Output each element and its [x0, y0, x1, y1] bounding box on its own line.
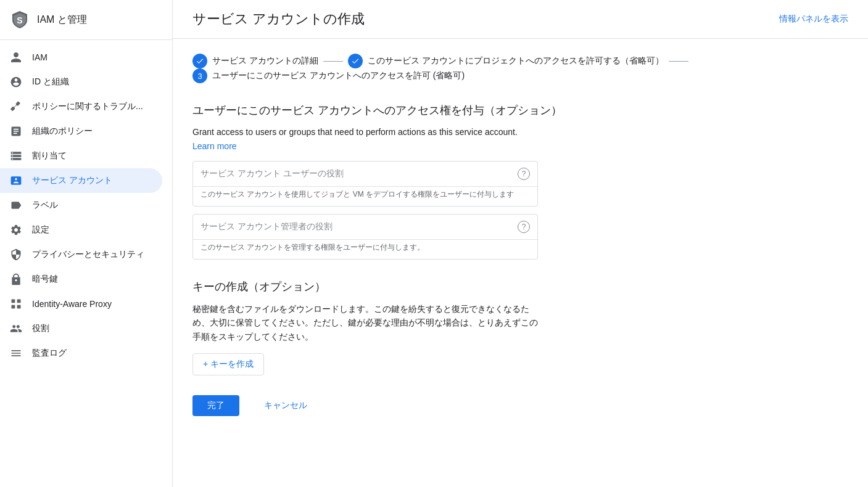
user-role-desc: このサービス アカウントを使用してジョブと VM をデプロイする権限をユーザーに… [193, 186, 537, 206]
main-body: サービス アカウントの詳細 このサービス アカウントにプロジェクトへのアクセスを… [173, 39, 868, 487]
person-icon [10, 51, 22, 63]
sidebar-item-audit-label: 監査ログ [32, 348, 67, 359]
sidebar-item-org-policy-label: 組織のポリシー [32, 126, 93, 137]
sidebar-item-quota[interactable]: 割り当て [0, 144, 162, 168]
user-role-field[interactable]: サービス アカウント ユーザーの役割 ? このサービス アカウントを使用してジョ… [192, 161, 538, 207]
sidebar-item-service-account-label: サービス アカウント [32, 175, 112, 186]
sidebar-item-policy-trouble[interactable]: ポリシーに関するトラブル... [0, 94, 162, 119]
account-circle-icon [10, 76, 22, 88]
privacy-shield-icon [10, 248, 22, 261]
badge-icon [10, 174, 22, 187]
sidebar-item-iam[interactable]: IAM [0, 45, 162, 70]
page-title: サービス アカウントの作成 [192, 10, 365, 28]
sidebar-item-label[interactable]: ラベル [0, 193, 162, 218]
step-separator-2 [669, 61, 688, 62]
step-2-label: このサービス アカウントにプロジェクトへのアクセスを許可する（省略可） [368, 55, 664, 67]
list-alt-icon [10, 125, 22, 137]
wrench-icon [10, 100, 22, 113]
sidebar-item-iap-label: Identity-Aware Proxy [32, 299, 112, 309]
step-separator-1 [323, 61, 343, 62]
admin-role-desc: このサービス アカウントを管理する権限をユーザーに付与します。 [193, 239, 537, 259]
sidebar-item-privacy-label: プライバシーとセキュリティ [32, 249, 144, 260]
actions: 完了 キャンセル [192, 395, 848, 436]
step-3: 3 ユーザーにこのサービス アカウントへのアクセスを許可 (省略可) [192, 68, 465, 83]
step-1-circle [192, 54, 207, 68]
user-role-header: サービス アカウント ユーザーの役割 ? [193, 162, 537, 186]
storage-icon [10, 150, 22, 162]
key-section: キーの作成（オプション） 秘密鍵を含むファイルをダウンロードします。この鍵を紛失… [192, 279, 848, 375]
admin-role-header: サービス アカウント管理者の役割 ? [193, 215, 537, 239]
step-3-number: 3 [197, 72, 202, 81]
sidebar-item-label-label: ラベル [32, 200, 58, 211]
learn-more-link[interactable]: Learn more [192, 141, 237, 151]
sidebar-item-audit[interactable]: 監査ログ [0, 341, 162, 366]
step-1: サービス アカウントの詳細 [192, 54, 318, 68]
sidebar-item-role[interactable]: 役割 [0, 316, 162, 341]
sidebar-item-role-label: 役割 [32, 323, 49, 334]
user-role-help-icon[interactable]: ? [518, 168, 530, 180]
key-section-title: キーの作成（オプション） [192, 279, 848, 295]
sidebar-item-encryption-label: 暗号鍵 [32, 274, 58, 285]
access-section-desc: Grant access to users or groups that nee… [192, 126, 848, 139]
sidebar-header: S IAM と管理 [0, 0, 172, 40]
sidebar-title: IAM と管理 [37, 14, 87, 27]
svg-text:S: S [17, 15, 22, 25]
shield-icon: S [10, 10, 30, 30]
sidebar-item-encryption[interactable]: 暗号鍵 [0, 267, 162, 292]
sidebar-item-org-policy[interactable]: 組織のポリシー [0, 119, 162, 144]
step-3-circle: 3 [192, 68, 207, 83]
step-2: このサービス アカウントにプロジェクトへのアクセスを許可する（省略可） [348, 54, 664, 68]
sidebar-item-policy-label: ポリシーに関するトラブル... [32, 101, 143, 112]
role-icon [10, 322, 22, 335]
step-3-label: ユーザーにこのサービス アカウントへのアクセスを許可 (省略可) [212, 70, 465, 81]
sidebar-item-service-account[interactable]: サービス アカウント [0, 168, 162, 193]
sidebar: S IAM と管理 IAM ID と組織 ポリシーに関するトラブル... [0, 0, 173, 487]
label-icon [10, 199, 22, 211]
lock-icon [10, 273, 22, 285]
sidebar-item-iam-label: IAM [32, 52, 48, 62]
add-key-button[interactable]: + キーを作成 [192, 353, 264, 375]
sidebar-item-id-org[interactable]: ID と組織 [0, 70, 162, 94]
main-content: サービス アカウントの作成 情報パネルを表示 サービス アカウントの詳細 このサ… [173, 0, 868, 487]
user-role-placeholder: サービス アカウント ユーザーの役割 [200, 168, 344, 179]
settings-icon [10, 224, 22, 236]
sidebar-nav: IAM ID と組織 ポリシーに関するトラブル... 組織のポリシー [0, 40, 172, 370]
sidebar-item-id-org-label: ID と組織 [32, 76, 69, 88]
key-section-desc: 秘密鍵を含むファイルをダウンロードします。この鍵を紛失すると復元できなくなるため… [192, 302, 538, 343]
access-section-title: ユーザーにこのサービス アカウントへのアクセス権を付与（オプション） [192, 103, 848, 118]
stepper: サービス アカウントの詳細 このサービス アカウントにプロジェクトへのアクセスを… [192, 54, 848, 83]
admin-role-help-icon[interactable]: ? [518, 221, 530, 233]
sidebar-item-quota-label: 割り当て [32, 150, 67, 162]
sidebar-item-privacy[interactable]: プライバシーとセキュリティ [0, 242, 162, 267]
info-panel-link[interactable]: 情報パネルを表示 [779, 14, 848, 25]
step-2-circle [348, 54, 363, 68]
audit-icon [10, 347, 22, 359]
done-button[interactable]: 完了 [192, 395, 239, 416]
access-section: ユーザーにこのサービス アカウントへのアクセス権を付与（オプション） Grant… [192, 103, 848, 260]
sidebar-item-iap[interactable]: Identity-Aware Proxy [0, 292, 162, 316]
sidebar-item-settings-label: 設定 [32, 224, 49, 235]
admin-role-placeholder: サービス アカウント管理者の役割 [200, 221, 333, 232]
step-1-label: サービス アカウントの詳細 [212, 55, 318, 67]
admin-role-field[interactable]: サービス アカウント管理者の役割 ? このサービス アカウントを管理する権限をユ… [192, 214, 538, 260]
cancel-button[interactable]: キャンセル [249, 395, 322, 416]
grid-icon [10, 298, 22, 310]
main-header: サービス アカウントの作成 情報パネルを表示 [173, 0, 868, 39]
sidebar-item-settings[interactable]: 設定 [0, 218, 162, 242]
